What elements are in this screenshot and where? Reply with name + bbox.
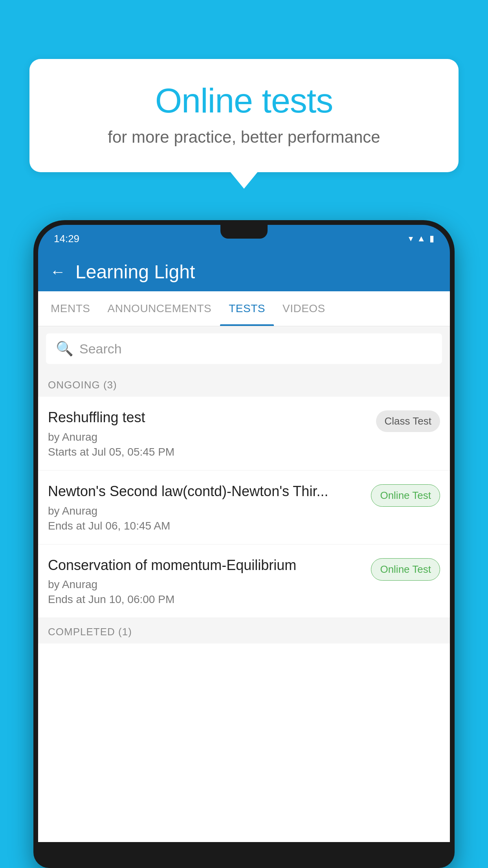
test-item-conservation[interactable]: Conservation of momentum-Equilibrium by … (38, 544, 450, 618)
test-info-reshuffling: Reshuffling test by Anurag Starts at Jul… (48, 408, 376, 458)
status-icons: ▾ ▲ ▮ (409, 234, 434, 244)
app-header: ← Learning Light (38, 252, 450, 291)
phone-frame: 14:29 ▾ ▲ ▮ ← Learning Light MENTS ANNOU… (33, 220, 455, 868)
speech-bubble: Online tests for more practice, better p… (29, 59, 459, 172)
bubble-subtitle: for more practice, better performance (53, 128, 435, 147)
test-info-newton: Newton's Second law(contd)-Newton's Thir… (48, 482, 371, 532)
test-time-conservation: Ends at Jun 10, 06:00 PM (48, 593, 363, 606)
phone-screen: ← Learning Light MENTS ANNOUNCEMENTS TES… (38, 252, 450, 842)
search-icon: 🔍 (56, 340, 73, 357)
test-info-conservation: Conservation of momentum-Equilibrium by … (48, 556, 371, 606)
ongoing-section-title: ONGOING (3) (48, 379, 117, 391)
search-field[interactable]: 🔍 Search (46, 333, 442, 364)
test-name-conservation: Conservation of momentum-Equilibrium (48, 556, 363, 575)
phone-notch (220, 225, 268, 239)
back-button[interactable]: ← (50, 263, 66, 281)
battery-icon: ▮ (429, 234, 434, 244)
badge-online-test-conservation: Online Test (371, 558, 440, 581)
test-time-reshuffling: Starts at Jul 05, 05:45 PM (48, 446, 368, 458)
test-name-newton: Newton's Second law(contd)-Newton's Thir… (48, 482, 363, 501)
test-by-reshuffling: by Anurag (48, 431, 368, 443)
search-placeholder: Search (79, 341, 122, 357)
app-title: Learning Light (75, 261, 195, 283)
tabs-bar: MENTS ANNOUNCEMENTS TESTS VIDEOS (38, 291, 450, 326)
tab-ments[interactable]: MENTS (42, 291, 99, 326)
ongoing-section-header: ONGOING (3) (38, 371, 450, 397)
bubble-title: Online tests (53, 81, 435, 121)
status-bar: 14:29 ▾ ▲ ▮ (38, 225, 450, 252)
test-time-newton: Ends at Jul 06, 10:45 AM (48, 520, 363, 532)
tab-announcements[interactable]: ANNOUNCEMENTS (99, 291, 220, 326)
test-by-conservation: by Anurag (48, 578, 363, 591)
tab-tests[interactable]: TESTS (220, 291, 274, 326)
status-time: 14:29 (54, 233, 79, 245)
signal-icon: ▲ (417, 234, 426, 244)
tab-videos[interactable]: VIDEOS (274, 291, 334, 326)
test-by-newton: by Anurag (48, 505, 363, 517)
test-name-reshuffling: Reshuffling test (48, 408, 368, 427)
test-item-newton[interactable]: Newton's Second law(contd)-Newton's Thir… (38, 471, 450, 544)
badge-online-test-newton: Online Test (371, 484, 440, 507)
phone-bottom (38, 842, 450, 862)
search-bar-container: 🔍 Search (38, 326, 450, 371)
test-item-reshuffling[interactable]: Reshuffling test by Anurag Starts at Jul… (38, 397, 450, 471)
completed-section-title: COMPLETED (1) (48, 626, 132, 638)
completed-section-header: COMPLETED (1) (38, 618, 450, 644)
badge-class-test: Class Test (376, 410, 440, 432)
wifi-icon: ▾ (409, 234, 413, 244)
